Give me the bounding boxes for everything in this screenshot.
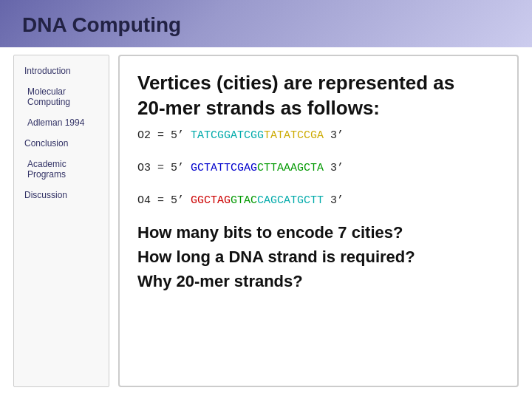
question2: How long a DNA strand is required?: [137, 245, 499, 269]
dna-o4-seq3: CAGCATGCTT: [257, 194, 324, 207]
sidebar-item-academic-programs[interactable]: AcademicPrograms: [20, 156, 103, 183]
sidebar-item-molecular-computing[interactable]: MolecularComputing: [20, 83, 103, 110]
content-heading: Vertices (cities) are represented as 20-…: [137, 71, 499, 121]
dna-o3-label: O3 = 5’: [137, 162, 191, 174]
dna-o4-seq1: GGCTAG: [191, 194, 231, 207]
dna-o2-label: O2 = 5’: [137, 129, 191, 142]
dna-o2-end: 3’: [324, 129, 344, 142]
dna-o2-line: O2 = 5’ TATCGGATCGGTATATCCGA 3’: [137, 127, 499, 145]
question1: How many bits to encode 7 cities?: [137, 220, 499, 245]
dna-o4-end: 3’: [324, 194, 344, 207]
dna-o4-seq2: GTAC: [231, 194, 257, 207]
sidebar-item-introduction[interactable]: Introduction: [20, 63, 103, 79]
sidebar: Introduction MolecularComputing Adleman …: [13, 55, 109, 387]
sidebar-item-adleman-1994[interactable]: Adleman 1994: [20, 115, 103, 131]
heading-line2: 20-mer strands as follows:: [137, 97, 380, 119]
dna-o3-end: 3’: [324, 162, 344, 174]
question3: Why 20-mer strands?: [137, 269, 499, 293]
dna-o4-label: O4 = 5’: [137, 194, 191, 207]
content-questions: How many bits to encode 7 cities? How lo…: [137, 220, 499, 293]
sidebar-item-discussion[interactable]: Discussion: [20, 187, 103, 203]
page-title: DNA Computing: [22, 13, 181, 37]
heading-line1: Vertices (cities) are represented as: [137, 72, 454, 94]
dna-o2-seq1: TATCGGATCGG: [191, 129, 264, 142]
dna-o4-line: O4 = 5’ GGCTAGGTACCAGCATGCTT 3’: [137, 192, 499, 210]
dna-o3-seq1: GCTATTCGAG: [191, 162, 257, 174]
dna-o3-line: O3 = 5’ GCTATTCGAGCTTAAAGCTA 3’: [137, 160, 499, 177]
main-content: Vertices (cities) are represented as 20-…: [118, 55, 519, 387]
body-area: Introduction MolecularComputing Adleman …: [0, 47, 532, 395]
dna-o3-seq2: CTTAAAGCTA: [257, 162, 324, 174]
dna-o2-seq2: TATATCCGA: [264, 129, 324, 142]
page-header: DNA Computing: [0, 0, 532, 47]
sidebar-item-conclusion[interactable]: Conclusion: [20, 135, 103, 151]
